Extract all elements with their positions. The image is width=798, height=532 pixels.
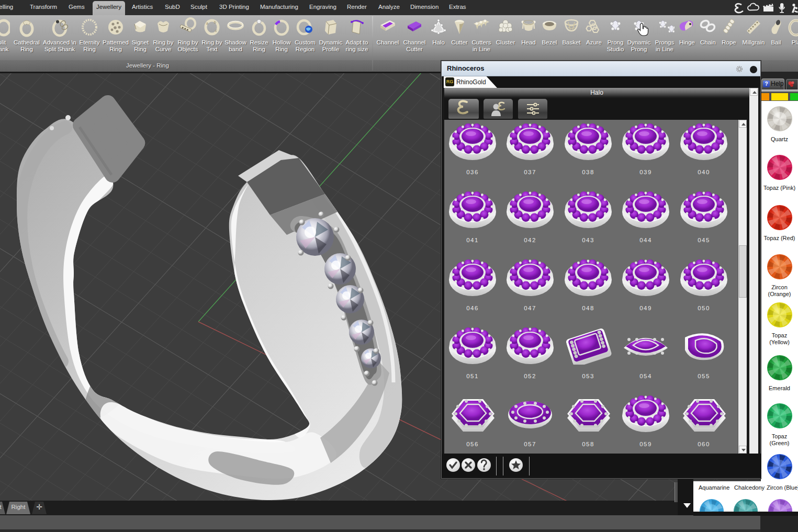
svg-text:b: b [214,20,216,24]
svg-text:a: a [206,21,208,25]
svg-text:c: c [215,29,217,32]
